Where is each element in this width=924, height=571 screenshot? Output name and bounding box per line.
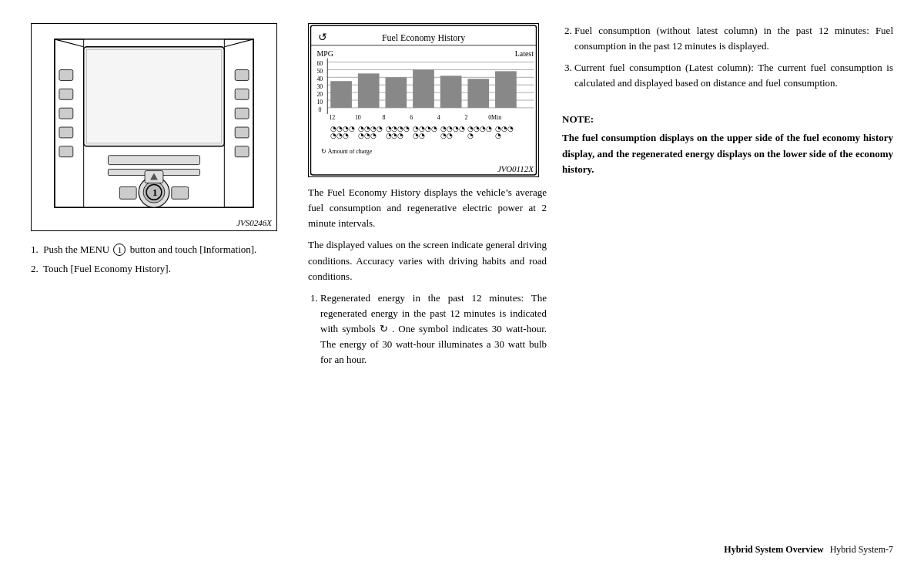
screen-label: JVO0112X	[497, 164, 534, 173]
svg-text:0Min: 0Min	[488, 114, 501, 121]
svg-text:↻ Amount of charge: ↻ Amount of charge	[321, 148, 372, 155]
svg-rect-14	[87, 50, 222, 143]
fuel-economy-para1: The Fuel Economy History displays the ve…	[308, 185, 547, 231]
svg-text:◔: ◔	[467, 133, 474, 140]
svg-text:◔◔◔: ◔◔◔	[358, 133, 377, 140]
svg-text:6: 6	[410, 114, 413, 121]
svg-rect-58	[413, 69, 434, 107]
step2-text: 2. Touch [Fuel Economy History].	[31, 261, 293, 277]
svg-text:◔◔◔: ◔◔◔	[330, 133, 349, 140]
svg-rect-5	[59, 127, 73, 138]
svg-text:◔◔◔◔: ◔◔◔◔	[413, 125, 437, 133]
middle-list-item1: Regenerated energy in the past 12 minute…	[320, 291, 547, 368]
svg-text:10: 10	[355, 114, 361, 121]
svg-line-16	[224, 39, 253, 47]
svg-rect-24	[172, 186, 189, 199]
step1-text: 1. Push the MENU 1 button and touch [Inf…	[31, 242, 293, 258]
footer-section-label: Hybrid System Overview	[724, 544, 823, 556]
left-steps: 1. Push the MENU 1 button and touch [Inf…	[31, 242, 293, 280]
svg-rect-8	[235, 70, 249, 81]
svg-rect-9	[235, 89, 249, 99]
svg-rect-61	[495, 71, 517, 108]
right-list-item3: Current fuel consumption (Latest column)…	[574, 60, 893, 91]
middle-text: The Fuel Economy History displays the ve…	[308, 185, 547, 373]
svg-text:40: 40	[316, 76, 323, 82]
svg-rect-2	[59, 70, 73, 81]
svg-text:◔: ◔	[495, 133, 501, 140]
svg-line-15	[55, 39, 84, 47]
note-label: NOTE:	[562, 112, 893, 127]
middle-list: Regenerated energy in the past 12 minute…	[308, 291, 547, 368]
svg-text:4: 4	[437, 114, 440, 121]
svg-rect-10	[235, 108, 249, 119]
note-text: The fuel consumption displays on the upp…	[562, 130, 893, 178]
middle-column: ↺ Fuel Economy History MPG Latest 60	[308, 23, 547, 538]
svg-text:◔◔◔: ◔◔◔	[386, 133, 404, 140]
charge-symbol-icon: ↻	[380, 323, 388, 334]
svg-text:30: 30	[316, 83, 323, 90]
svg-rect-57	[386, 77, 407, 108]
circle-1-icon: 1	[113, 244, 126, 256]
right-column: Fuel consumption (without latest column)…	[562, 23, 893, 538]
fuel-economy-screen: ↺ Fuel Economy History MPG Latest 60	[308, 23, 539, 177]
svg-rect-1	[55, 39, 84, 207]
svg-text:◔◔: ◔◔	[440, 133, 453, 140]
svg-text:◔◔◔◔: ◔◔◔◔	[440, 125, 465, 133]
svg-text:↺: ↺	[318, 31, 327, 43]
svg-text:◔◔◔◔: ◔◔◔◔	[386, 125, 410, 133]
svg-text:8: 8	[383, 114, 386, 121]
right-list-item2: Fuel consumption (without latest column)…	[574, 23, 893, 54]
fuel-economy-para2: The displayed values on the screen indic…	[308, 237, 547, 284]
svg-rect-4	[59, 108, 73, 119]
svg-text:20: 20	[316, 91, 323, 98]
svg-rect-56	[358, 73, 380, 108]
svg-text:MPG: MPG	[316, 49, 333, 58]
svg-text:Fuel Economy History: Fuel Economy History	[382, 32, 465, 43]
svg-text:10: 10	[316, 99, 323, 106]
svg-text:◔◔◔◔: ◔◔◔◔	[330, 125, 355, 133]
svg-rect-7	[224, 39, 253, 207]
right-list: Fuel consumption (without latest column)…	[562, 23, 893, 98]
svg-text:◔◔◔◔: ◔◔◔◔	[467, 125, 492, 133]
svg-text:1: 1	[152, 187, 157, 198]
svg-rect-60	[467, 79, 489, 108]
svg-text:◔◔◔◔: ◔◔◔◔	[358, 125, 383, 133]
svg-rect-3	[59, 89, 73, 99]
svg-text:50: 50	[316, 68, 323, 75]
svg-rect-23	[119, 186, 136, 199]
footer: Hybrid System Overview Hybrid System-7	[31, 538, 893, 556]
svg-rect-6	[59, 146, 73, 157]
svg-rect-17	[108, 156, 199, 165]
svg-text:Latest: Latest	[515, 49, 534, 58]
svg-rect-11	[235, 127, 249, 138]
svg-text:12: 12	[329, 114, 335, 121]
left-column: 1 JVS0246X 1. Push the MENU 1 button and…	[31, 23, 293, 538]
car-diagram-figure: 1 JVS0246X	[31, 23, 277, 231]
svg-rect-59	[440, 76, 462, 108]
diagram-label: JVS0246X	[236, 218, 272, 227]
main-content: 1 JVS0246X 1. Push the MENU 1 button and…	[31, 23, 893, 538]
svg-rect-55	[330, 81, 352, 108]
svg-text:◔◔: ◔◔	[413, 133, 425, 140]
page: 1 JVS0246X 1. Push the MENU 1 button and…	[0, 0, 924, 571]
svg-text:◔◔◔: ◔◔◔	[495, 125, 514, 133]
svg-rect-12	[235, 146, 249, 157]
svg-text:60: 60	[316, 60, 323, 67]
svg-text:2: 2	[464, 114, 467, 121]
footer-page-number: Hybrid System-7	[830, 544, 893, 556]
svg-text:0: 0	[318, 106, 321, 113]
